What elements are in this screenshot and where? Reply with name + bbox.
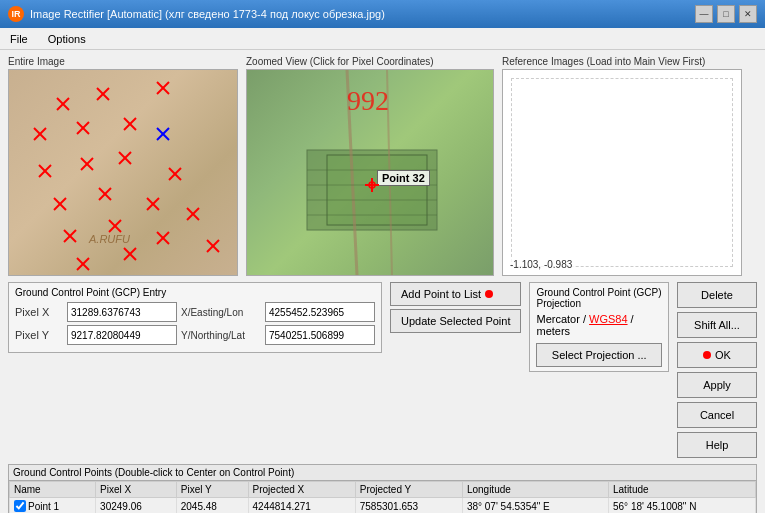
gcp-table-container: Ground Control Points (Double-click to C… [8,464,757,513]
gcp-table: Name Pixel X Pixel Y Projected X Project… [9,481,756,513]
reference-placeholder [511,78,733,267]
update-point-label: Update Selected Point [401,315,510,327]
cell-pixel-x: 30249.06 [96,498,177,514]
entire-map-bg: A.RUFU [9,70,237,275]
zoomed-map-svg: 992 [247,70,494,275]
table-section: Ground Control Points (Double-click to C… [8,464,757,513]
entire-image-section: Entire Image [8,56,238,276]
point32-label: Point 32 [377,170,430,186]
select-projection-button[interactable]: Select Projection ... [536,343,662,367]
col-projected-x: Projected X [248,482,355,498]
add-point-dot [485,290,493,298]
pixel-y-label: Pixel Y [15,329,63,341]
pixel-x-input[interactable] [67,302,177,322]
gcp-entry-panel: Ground Control Point (GCP) Entry Pixel X… [8,282,382,353]
row-checkbox[interactable] [14,500,26,512]
point32-crosshair [365,178,379,194]
minimize-button[interactable]: — [695,5,713,23]
cancel-button[interactable]: Cancel [677,402,757,428]
x-easting-label: X/Easting/Lon [181,307,261,318]
projection-info: Mercator / WGS84 / meters [536,313,662,337]
col-latitude: Latitude [608,482,755,498]
zoomed-view-label: Zoomed View (Click for Pixel Coordinates… [246,56,494,67]
menu-options[interactable]: Options [42,31,92,47]
entire-image-label: Entire Image [8,56,238,67]
title-bar-left: IR Image Rectifier [Automatic] (хлг свед… [8,6,385,22]
main-content: Entire Image [0,50,765,513]
gcp-table-title: Ground Control Points (Double-click to C… [9,465,756,481]
cell-projected-x: 4244814.271 [248,498,355,514]
svg-text:992: 992 [347,85,389,116]
table-row[interactable]: Point 1 30249.06 2045.48 4244814.271 758… [10,498,756,514]
pixel-y-row: Pixel Y Y/Northing/Lat [15,325,375,345]
gcp-table-wrapper[interactable]: Name Pixel X Pixel Y Projected X Project… [9,481,756,513]
pixel-x-row: Pixel X X/Easting/Lon [15,302,375,322]
zoomed-view-panel[interactable]: 992 Point 32 [246,69,494,276]
entire-image-panel[interactable]: A.RUFU [8,69,238,276]
gcp-projection-title: Ground Control Point (GCP) Projection [536,287,662,309]
shift-all-button[interactable]: Shift All... [677,312,757,338]
menu-bar: File Options [0,28,765,50]
right-action-buttons: Delete Shift All... OK Apply Cancel Help [677,282,757,458]
cell-pixel-y: 2045.48 [176,498,248,514]
map-text: A.RUFU [89,233,130,245]
pixel-y-input[interactable] [67,325,177,345]
y-northing-label: Y/Northing/Lat [181,330,261,341]
cell-name: Point 1 [10,498,96,514]
reference-images-label: Reference Images (Load into Main View Fi… [502,56,742,67]
col-longitude: Longitude [462,482,608,498]
point-name: Point 1 [28,501,59,512]
zoomed-map-bg: 992 Point 32 [247,70,493,275]
ok-dot [703,351,711,359]
gcp-projection-panel: Ground Control Point (GCP) Projection Me… [529,282,669,372]
apply-button[interactable]: Apply [677,372,757,398]
pixel-x-label: Pixel X [15,306,63,318]
cell-longitude: 38° 07' 54.5354" E [462,498,608,514]
app-icon: IR [8,6,24,22]
reference-section: Reference Images (Load into Main View Fi… [502,56,742,276]
add-update-buttons: Add Point to List Update Selected Point [390,282,521,333]
col-pixel-x: Pixel X [96,482,177,498]
maximize-button[interactable]: □ [717,5,735,23]
update-point-button[interactable]: Update Selected Point [390,309,521,333]
col-projected-y: Projected Y [355,482,462,498]
x-easting-input[interactable] [265,302,375,322]
ok-button[interactable]: OK [677,342,757,368]
col-pixel-y: Pixel Y [176,482,248,498]
gcp-entry-row: Ground Control Point (GCP) Entry Pixel X… [8,282,757,458]
gcp-entry-title: Ground Control Point (GCP) Entry [15,287,375,298]
title-bar: IR Image Rectifier [Automatic] (хлг свед… [0,0,765,28]
reference-images-panel[interactable]: -1.103, -0.983 [502,69,742,276]
coord-display: -1.103, -0.983 [507,258,575,271]
add-point-label: Add Point to List [401,288,481,300]
delete-button[interactable]: Delete [677,282,757,308]
window-controls[interactable]: — □ ✕ [695,5,757,23]
mercator-label: Mercator / [536,313,589,325]
cell-projected-y: 7585301.653 [355,498,462,514]
menu-file[interactable]: File [4,31,34,47]
ok-label: OK [715,349,731,361]
window-title: Image Rectifier [Automatic] (хлг сведено… [30,8,385,20]
col-name: Name [10,482,96,498]
zoomed-view-section: Zoomed View (Click for Pixel Coordinates… [246,56,494,276]
cell-latitude: 56° 18' 45.1008" N [608,498,755,514]
help-button[interactable]: Help [677,432,757,458]
add-point-button[interactable]: Add Point to List [390,282,521,306]
wgs84-label: WGS84 [589,313,628,325]
top-panels-row: Entire Image [8,56,757,276]
close-button[interactable]: ✕ [739,5,757,23]
y-northing-input[interactable] [265,325,375,345]
